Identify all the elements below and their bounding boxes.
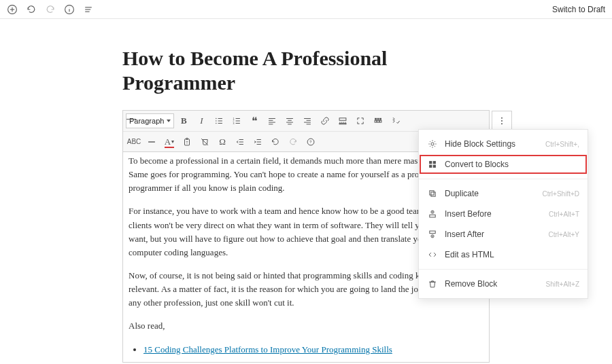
align-left-button[interactable]	[264, 113, 280, 129]
menu-insert-after[interactable]: Insert After Ctrl+Alt+Y	[419, 224, 588, 244]
align-right-button[interactable]	[299, 113, 316, 129]
svg-rect-68	[430, 215, 435, 217]
keyboard-shortcuts-button[interactable]: ?	[303, 134, 319, 150]
svg-point-9	[501, 117, 503, 119]
clear-formatting-button[interactable]	[197, 134, 213, 150]
svg-rect-60	[433, 161, 436, 164]
info-icon[interactable]	[64, 4, 75, 15]
menu-label: Edit as HTML	[445, 250, 579, 259]
svg-rect-39	[375, 118, 377, 120]
paste-text-button[interactable]: T	[179, 134, 195, 150]
menu-remove-block[interactable]: Remove Block Shift+Alt+Z	[419, 274, 588, 294]
menu-shortcut: Ctrl+Alt+Y	[548, 231, 579, 238]
menu-label: Remove Block	[445, 279, 539, 289]
paragraph[interactable]: Also read,	[129, 319, 483, 333]
align-center-button[interactable]	[282, 113, 298, 129]
topbar-left-tools	[7, 4, 94, 15]
outdent-button[interactable]	[232, 134, 248, 150]
fullscreen-button[interactable]	[352, 113, 369, 129]
svg-rect-64	[431, 192, 435, 196]
svg-point-16	[216, 123, 216, 124]
menu-separator	[419, 179, 588, 179]
blocks-icon	[427, 159, 438, 170]
svg-rect-42	[375, 120, 377, 122]
svg-point-10	[501, 120, 503, 122]
svg-rect-62	[433, 165, 436, 168]
duplicate-icon	[427, 188, 438, 199]
menu-convert-to-blocks[interactable]: Convert to Blocks	[419, 154, 588, 175]
block-options-menu: Hide Block Settings Ctrl+Shift+, Convert…	[418, 129, 588, 299]
undo-toolbar-button[interactable]	[267, 134, 284, 150]
related-link[interactable]: 15 Coding Challenges Platforms to Improv…	[143, 344, 392, 354]
html-icon	[427, 249, 438, 260]
menu-insert-before[interactable]: Insert Before Ctrl+Alt+T	[419, 204, 588, 224]
indent-button[interactable]	[250, 134, 266, 150]
menu-shortcut: Ctrl+Alt+T	[549, 211, 579, 218]
gear-icon	[427, 139, 438, 149]
block-more-button[interactable]	[492, 111, 512, 131]
format-select[interactable]: Paragraph	[126, 113, 174, 128]
svg-text:T: T	[186, 141, 188, 144]
bold-button[interactable]: B	[175, 113, 192, 129]
svg-rect-41	[379, 118, 381, 120]
svg-point-58	[431, 143, 434, 145]
insert-after-icon	[427, 229, 438, 240]
menu-label: Hide Block Settings	[445, 139, 539, 149]
editor-topbar: Switch to Draft	[0, 0, 612, 19]
switch-to-draft-link[interactable]: Switch to Draft	[552, 5, 605, 14]
svg-rect-61	[429, 165, 432, 168]
trash-icon	[427, 278, 438, 289]
topbar-right: Switch to Draft	[552, 4, 605, 14]
svg-rect-69	[430, 231, 435, 234]
toolbar-toggle-button[interactable]	[370, 113, 386, 129]
svg-text:?: ?	[309, 140, 311, 144]
insert-before-icon	[427, 208, 438, 219]
menu-duplicate[interactable]: Duplicate Ctrl+Shift+D	[419, 183, 588, 204]
svg-text:3: 3	[233, 122, 235, 125]
italic-button[interactable]: I	[193, 113, 209, 129]
svg-rect-40	[377, 118, 379, 120]
menu-edit-as-html[interactable]: Edit as HTML	[419, 244, 588, 265]
bullet-list-button[interactable]	[211, 113, 227, 129]
redo-toolbar-button[interactable]	[285, 134, 301, 150]
menu-label: Duplicate	[445, 189, 536, 198]
outline-icon[interactable]	[83, 4, 94, 15]
svg-point-11	[501, 123, 503, 124]
special-character-button[interactable]: Ω	[214, 134, 231, 150]
svg-rect-59	[429, 161, 432, 164]
blockquote-button[interactable]: ❝	[246, 113, 262, 129]
format-select-value: Paragraph	[129, 117, 164, 125]
menu-label: Insert Before	[445, 209, 542, 219]
menu-shortcut: Ctrl+Shift+,	[545, 141, 579, 148]
svg-point-12	[216, 118, 216, 119]
redo-icon[interactable]	[45, 4, 56, 15]
menu-shortcut: Shift+Alt+Z	[546, 280, 579, 288]
link-button[interactable]	[317, 113, 333, 129]
horizontal-rule-button[interactable]	[143, 134, 160, 150]
list-item: 15 Coding Challenges Platforms to Improv…	[143, 343, 483, 357]
svg-point-5	[69, 7, 70, 7]
menu-shortcut: Ctrl+Shift+D	[543, 190, 579, 198]
insert-more-button[interactable]	[335, 113, 351, 129]
numbered-list-button[interactable]: 123	[228, 113, 245, 129]
proofread-button[interactable]	[388, 113, 404, 129]
svg-rect-63	[430, 191, 434, 195]
toolbar-row-1: Paragraph B I 123 ❝	[123, 111, 489, 131]
svg-rect-44	[379, 120, 381, 122]
svg-rect-38	[339, 124, 346, 124]
text-color-button[interactable]: A▾	[161, 134, 177, 150]
menu-label: Insert After	[445, 230, 541, 239]
menu-hide-block-settings[interactable]: Hide Block Settings Ctrl+Shift+,	[419, 134, 588, 154]
svg-rect-43	[377, 120, 379, 122]
add-block-icon[interactable]	[7, 4, 18, 15]
menu-label: Convert to Blocks	[445, 160, 579, 169]
menu-separator	[419, 269, 588, 270]
post-title[interactable]: How to Become A Professional Programmer	[122, 46, 490, 95]
svg-point-14	[216, 120, 216, 121]
link-list: 15 Coding Challenges Platforms to Improv…	[129, 343, 483, 357]
strikethrough-button[interactable]: ABC	[126, 134, 142, 150]
svg-rect-36	[339, 118, 346, 121]
undo-icon[interactable]	[26, 4, 37, 15]
